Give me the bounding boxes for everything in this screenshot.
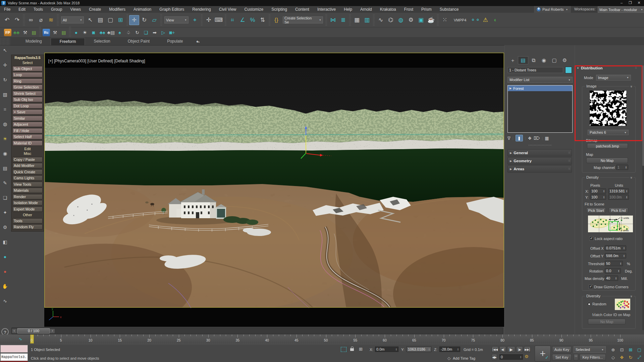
- remove-modifier-icon[interactable]: ⌦: [534, 136, 540, 141]
- red-sphere-tool-icon[interactable]: ●: [1, 267, 9, 276]
- rappatools-button-tools[interactable]: Tools: [12, 218, 43, 224]
- unlink-selection-icon[interactable]: ⌀: [36, 15, 46, 25]
- viewport-label[interactable]: [+] [PhysCamera003] [User Defined] [Defa…: [48, 59, 145, 63]
- star-tool-icon[interactable]: ✦: [1, 208, 9, 217]
- key-filters-button[interactable]: Key Filters...: [580, 354, 606, 361]
- density-x-units-spinner[interactable]: 1319.581▲▼: [608, 188, 629, 194]
- distribution-image-thumbnail[interactable]: [590, 90, 627, 126]
- absolute-mode-transform-icon[interactable]: ⊞: [359, 347, 363, 352]
- track-bar[interactable]: ∿ 05101520253035404550556065707580859095…: [0, 335, 644, 344]
- rappatools-button-quick-create[interactable]: Quick Create: [12, 169, 43, 175]
- collapse-chevron-icon[interactable]: »: [630, 295, 634, 297]
- teal-sphere-tool-icon[interactable]: ●: [1, 253, 9, 261]
- rappatools-button-loop[interactable]: Loop: [12, 72, 43, 77]
- rappatools-button-ring[interactable]: Ring: [12, 78, 43, 84]
- align-icon[interactable]: ≣: [338, 15, 348, 25]
- angle-snap-toggle-icon[interactable]: ∠: [237, 15, 248, 25]
- command-panel-tab-motion[interactable]: ◉: [539, 56, 549, 64]
- move-tool-icon[interactable]: ✛: [1, 61, 9, 69]
- select-tool-icon[interactable]: ↖: [1, 46, 9, 54]
- collapse-chevron-icon[interactable]: »: [630, 177, 634, 179]
- material-editor-icon[interactable]: ◍: [396, 15, 406, 25]
- previous-frame-button[interactable]: ◀|: [499, 346, 506, 353]
- rappatools-button-select-half[interactable]: Select Half: [12, 134, 43, 139]
- bitmap-button[interactable]: patches6.bmp: [587, 143, 628, 149]
- user-account-menu[interactable]: Paul Roberts ▼: [534, 6, 571, 13]
- window-crossing-toggle-icon[interactable]: ⊞: [115, 15, 125, 25]
- shaded-sphere-tool-icon[interactable]: ◍: [1, 120, 9, 128]
- orbit-icon[interactable]: ↻: [627, 354, 635, 361]
- rappatools-button-add-modifier[interactable]: Add Modifier: [12, 163, 43, 168]
- pick-end-button[interactable]: Pick End: [609, 207, 628, 213]
- command-panel-tab-display[interactable]: ▢: [549, 56, 559, 64]
- select-and-uniform-scale-icon[interactable]: ▱: [149, 15, 159, 25]
- set-key-button[interactable]: Set Key: [552, 354, 572, 361]
- railclone-icon[interactable]: Rc: [43, 29, 50, 36]
- zoom-region-icon[interactable]: ▢: [635, 346, 643, 353]
- rappatools-button-materials[interactable]: Materials: [12, 188, 43, 193]
- distribution-rollout-header[interactable]: ▼ Distribution: [577, 66, 602, 70]
- zoom-extents-icon[interactable]: ⊠: [627, 346, 635, 353]
- next-frame-arrow[interactable]: ›: [50, 328, 55, 334]
- rappatools-button-grow-selection[interactable]: Grow Selection: [12, 84, 43, 90]
- export-arrow-icon[interactable]: ➡: [150, 28, 159, 37]
- command-panel-tab-hierarchy[interactable]: ⧉: [528, 56, 539, 64]
- set-keys-button[interactable]: + ✓: [535, 346, 551, 362]
- menu-graph-editors[interactable]: Graph Editors: [155, 6, 188, 13]
- rendered-frame-window-icon[interactable]: ▣: [416, 15, 426, 25]
- forest-trees-icon[interactable]: ♣♣: [12, 28, 21, 37]
- diversity-no-map-button[interactable]: No Map: [588, 319, 626, 324]
- select-and-move-icon[interactable]: ✛: [129, 15, 139, 25]
- menu-edit[interactable]: Edit: [14, 6, 30, 13]
- sun-positioner-icon[interactable]: ☀: [80, 28, 89, 37]
- rappatools-button-shrink-select[interactable]: Shrink Select: [12, 91, 43, 96]
- tree-list-icon[interactable]: ♣▤: [107, 28, 115, 37]
- rollout-geometry[interactable]: ▶Geometry⠿: [507, 157, 572, 165]
- render-production-icon[interactable]: ☕: [426, 15, 436, 25]
- command-panel-tab-create[interactable]: ＋: [507, 56, 518, 64]
- add-time-tag[interactable]: Add Time Tag: [453, 356, 475, 360]
- density-y-pixels-spinner[interactable]: 100▲▼: [590, 194, 606, 200]
- select-object-icon[interactable]: ↖: [85, 15, 95, 25]
- zoom-all-icon[interactable]: ⊡: [618, 346, 626, 353]
- select-by-name-icon[interactable]: ▤: [95, 15, 105, 25]
- rappatools-button-render[interactable]: Render: [12, 194, 43, 199]
- menu-arnold[interactable]: Arnold: [356, 6, 376, 13]
- maximize-viewport-toggle-icon[interactable]: ⤢: [635, 354, 643, 361]
- toggle-layer-explorer-icon[interactable]: ▥: [362, 15, 372, 25]
- light-lister-icon[interactable]: ●: [72, 28, 80, 37]
- make-unique-icon[interactable]: ❖: [528, 136, 532, 141]
- pan-view-icon[interactable]: ✥: [618, 354, 626, 361]
- rectangular-selection-region-icon[interactable]: ▢: [105, 15, 115, 25]
- particle-flow-icon[interactable]: ⚬⚬: [470, 15, 480, 25]
- menu-help[interactable]: Help: [340, 6, 356, 13]
- rappatools-button-view-tools[interactable]: View Tools: [12, 182, 43, 187]
- density-x-pixels-spinner[interactable]: 100▲▼: [590, 188, 606, 194]
- bind-to-space-warp-icon[interactable]: ≋: [46, 15, 56, 25]
- tree-cutout-icon[interactable]: ♤: [124, 28, 133, 37]
- density-y-units-spinner[interactable]: 100.0m▲▼: [608, 194, 629, 200]
- rappatools-button-cams-lights[interactable]: Cams Lights: [12, 175, 43, 181]
- select-and-rotate-icon[interactable]: ↻: [139, 15, 149, 25]
- maxscript-mini-listener[interactable]: RappaTools3.: [0, 353, 28, 361]
- rappatools-button-adjacent[interactable]: Adjacent: [12, 122, 43, 127]
- previous-frame-arrow[interactable]: ‹: [12, 328, 17, 334]
- panel-splitter-handle[interactable]: [528, 144, 552, 146]
- render-setup-icon[interactable]: ⚙: [406, 15, 416, 25]
- rotation-spinner[interactable]: 0.0▲▼: [605, 268, 621, 274]
- distribution-mode-dropdown[interactable]: Image▼: [596, 75, 631, 80]
- environment-icon[interactable]: ◐: [490, 15, 500, 25]
- menu-animation[interactable]: Animation: [129, 6, 155, 13]
- rappatools-button-random-fly[interactable]: Random Fly: [12, 224, 43, 230]
- rappatools-button-sub-object[interactable]: Sub Object: [12, 66, 43, 71]
- menu-modifiers[interactable]: Modifiers: [105, 6, 129, 13]
- selection-lock-toggle-icon[interactable]: [350, 348, 354, 351]
- command-panel-tab-utilities[interactable]: ⚙: [559, 56, 570, 64]
- particle-view-icon[interactable]: ⁙: [440, 15, 450, 25]
- rotate-tool-icon[interactable]: ↻: [1, 76, 9, 84]
- rollout-areas[interactable]: ▶Areas⠿: [507, 165, 572, 173]
- isolate-selection-toggle-icon[interactable]: [341, 347, 346, 352]
- time-configuration-icon[interactable]: ⚙: [525, 354, 529, 359]
- object-name-field[interactable]: 1 - Distant Trees: [507, 67, 563, 73]
- go-to-start-button[interactable]: |◀◀: [492, 346, 498, 353]
